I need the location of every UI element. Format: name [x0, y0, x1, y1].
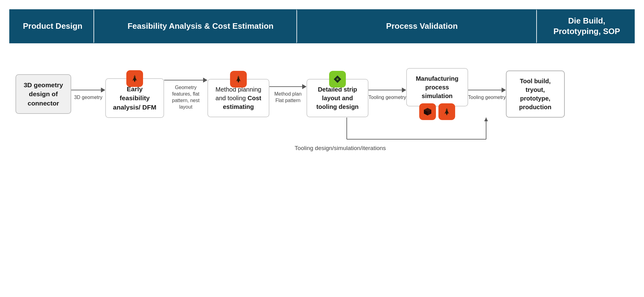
box-3d-geometry: 3D geometry design of connector: [15, 74, 71, 114]
arrow-5: Tooling geometry: [468, 88, 506, 101]
banner-feasibility: Feasibility Analysis & Cost Estimation: [102, 9, 305, 43]
svg-point-0: [337, 78, 338, 80]
node-method-planning: Method planning and tooling Cost estimat…: [207, 71, 269, 117]
arrow-line-4: [368, 88, 406, 93]
arrow-1: 3D geometry: [71, 88, 105, 101]
arrow-line-3: [269, 84, 307, 89]
arrow-shaft-5: [468, 90, 502, 90]
node-tool-build: Tool build, tryout, prototype, productio…: [506, 71, 565, 118]
flow-diagram: 3D geometry design of connector 3D geome…: [9, 62, 635, 157]
stamp-svg-3: [442, 107, 452, 117]
icon-orange-cube: [419, 103, 436, 120]
arrow-label-5: Tooling geometry: [468, 94, 506, 101]
arrow-3: Method plan Flat pattern: [269, 84, 307, 104]
process-banner: Product Design Feasibility Analysis & Co…: [9, 9, 635, 43]
arrow-label-4: Tooling geometry: [368, 94, 406, 101]
arrow-shaft-2: [164, 80, 203, 80]
arrow-line-5: [468, 88, 506, 93]
banner-product-design: Product Design: [9, 9, 102, 43]
arrow-shaft-1: [71, 90, 101, 90]
icon-orange-stamp-1: [126, 70, 143, 87]
stamp-svg-2: [233, 74, 243, 84]
arrow-line-1: [71, 88, 105, 93]
node-mfg-simulation: Manufacturing process simulation: [406, 68, 468, 120]
node-3d-geometry: 3D geometry design of connector: [15, 74, 71, 114]
diamond-svg: [333, 74, 342, 84]
arrow-head-4: [402, 88, 406, 93]
arrow-head-3: [302, 84, 307, 89]
node-detailed-strip: Detailed strip layout and tooling design: [307, 71, 368, 117]
arrow-2: Geometry features, flat pattern, nest la…: [164, 78, 207, 110]
icon-green-diamond: [329, 71, 346, 88]
icon-orange-stamp-3: [438, 103, 455, 120]
arrow-label-3: Method plan Flat pattern: [270, 91, 306, 104]
stamp-svg-1: [130, 74, 140, 84]
cube-svg: [423, 107, 433, 117]
arrow-4: Tooling geometry: [368, 88, 406, 101]
arrow-label-2: Geometry features, flat pattern, nest la…: [166, 84, 206, 110]
flow-row: 3D geometry design of connector 3D geome…: [15, 68, 629, 120]
arrow-head-5: [502, 88, 506, 93]
node-early-feasibility: Early feasibility analysis/ DFM: [105, 70, 164, 118]
arrow-shaft-4: [368, 90, 402, 90]
icon-orange-stamp-2: [230, 71, 247, 88]
simulation-icons: [419, 100, 455, 120]
feedback-label: Tooling design/simulation/iterations: [295, 145, 386, 152]
arrow-head-2: [203, 78, 207, 83]
arrow-shaft-3: [269, 86, 302, 87]
banner-process-validation: Process Validation: [305, 9, 545, 43]
banner-die-build: Die Build, Prototyping, SOP: [545, 9, 635, 43]
arrow-label-1: 3D geometry: [74, 94, 102, 101]
arrow-line-2: [164, 78, 207, 83]
box-tool-build: Tool build, tryout, prototype, productio…: [506, 71, 565, 118]
arrow-head-1: [101, 88, 105, 93]
